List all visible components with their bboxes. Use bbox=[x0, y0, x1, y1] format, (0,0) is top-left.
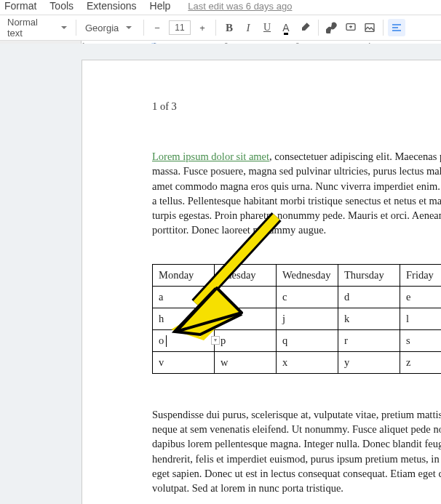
table-cell[interactable]: z bbox=[400, 351, 442, 373]
document-canvas: 1 of 3 Lorem ipsum dolor sit amet, conse… bbox=[0, 44, 441, 504]
table-cell[interactable]: p bbox=[215, 329, 277, 351]
table-cell[interactable]: w bbox=[215, 351, 277, 373]
decrease-font-button[interactable]: − bbox=[148, 19, 166, 36]
table-cell[interactable]: b bbox=[215, 286, 277, 308]
text-color-button[interactable]: A bbox=[277, 19, 295, 36]
insert-comment-button[interactable] bbox=[342, 19, 359, 36]
plus-icon: + bbox=[199, 23, 205, 33]
table-cell[interactable]: s bbox=[400, 329, 442, 351]
table-cell[interactable]: j bbox=[277, 308, 338, 329]
align-left-icon bbox=[391, 22, 402, 33]
menu-format[interactable]: Format bbox=[4, 0, 36, 12]
paragraph-style-value: Normal text bbox=[7, 17, 54, 39]
italic-button[interactable]: I bbox=[239, 19, 257, 36]
font-size-input[interactable]: 11 bbox=[169, 20, 191, 35]
highlight-icon bbox=[299, 22, 311, 33]
highlight-button[interactable] bbox=[296, 19, 314, 36]
table-cell[interactable]: e bbox=[400, 286, 442, 308]
page-count: 1 of 3 bbox=[152, 100, 441, 113]
table-cell[interactable]: r bbox=[338, 329, 400, 351]
table-cell[interactable]: y bbox=[338, 351, 400, 373]
table-cell[interactable]: Wednesday bbox=[277, 264, 338, 286]
insert-image-button[interactable] bbox=[361, 19, 378, 36]
text-color-icon: A bbox=[282, 22, 289, 33]
chevron-down-icon bbox=[126, 26, 132, 29]
font-family-dropdown[interactable]: Georgia bbox=[81, 17, 139, 38]
table-row[interactable]: h i j k l bbox=[153, 308, 442, 329]
table-cell[interactable]: x bbox=[277, 351, 338, 373]
image-icon bbox=[364, 22, 376, 33]
table-cell[interactable]: q bbox=[277, 329, 338, 351]
link-icon bbox=[326, 22, 338, 33]
table-cell[interactable]: k bbox=[338, 308, 400, 329]
bold-button[interactable]: B bbox=[220, 19, 238, 36]
document-page[interactable]: 1 of 3 Lorem ipsum dolor sit amet, conse… bbox=[82, 60, 441, 504]
table-cell-active[interactable]: o▾ bbox=[153, 329, 215, 351]
insert-link-button[interactable] bbox=[323, 19, 341, 36]
table-cell[interactable]: c bbox=[277, 286, 338, 308]
chevron-down-icon bbox=[61, 26, 67, 29]
menu-help[interactable]: Help bbox=[150, 0, 171, 12]
table-cell[interactable]: d bbox=[338, 286, 400, 308]
table-cell[interactable]: Thursday bbox=[338, 264, 400, 286]
increase-font-button[interactable]: + bbox=[194, 19, 211, 36]
menu-bar: Format Tools Extensions Help Last edit w… bbox=[0, 0, 441, 15]
table-row[interactable]: o▾ p q r s bbox=[153, 329, 442, 351]
paragraph-1-text: , consectetuer adipiscing elit. Maecenas… bbox=[152, 151, 441, 236]
table-cell[interactable]: v bbox=[153, 351, 215, 373]
table-cell[interactable]: Tuesday bbox=[215, 264, 277, 286]
toolbar: Normal text Georgia − 11 + B I U A bbox=[0, 15, 441, 41]
table-row[interactable]: a b c d e bbox=[153, 286, 442, 308]
comment-icon bbox=[345, 22, 357, 33]
underline-button[interactable]: U bbox=[258, 19, 276, 36]
table-cell[interactable]: Friday bbox=[400, 264, 442, 286]
table-row[interactable]: Monday Tuesday Wednesday Thursday Friday bbox=[153, 264, 442, 286]
table-row[interactable]: v w x y z bbox=[153, 351, 442, 373]
menu-extensions[interactable]: Extensions bbox=[87, 0, 136, 12]
minus-icon: − bbox=[154, 23, 160, 33]
lorem-link[interactable]: Lorem ipsum dolor sit amet bbox=[152, 151, 269, 162]
table-cell[interactable]: a bbox=[153, 286, 215, 308]
paragraph-1[interactable]: Lorem ipsum dolor sit amet, consectetuer… bbox=[152, 149, 441, 238]
table-cell[interactable]: h bbox=[153, 308, 215, 329]
last-edit-link[interactable]: Last edit was 6 days ago bbox=[188, 1, 292, 12]
table-cell[interactable]: i bbox=[215, 308, 277, 329]
table-cell[interactable]: Monday bbox=[153, 264, 215, 286]
menu-tools[interactable]: Tools bbox=[49, 0, 74, 12]
align-left-button[interactable] bbox=[388, 19, 405, 36]
font-family-value: Georgia bbox=[85, 23, 119, 33]
paragraph-2[interactable]: Suspendisse dui purus, scelerisque at, v… bbox=[152, 407, 441, 496]
table-cell[interactable]: l bbox=[400, 308, 442, 329]
document-table[interactable]: Monday Tuesday Wednesday Thursday Friday… bbox=[152, 264, 441, 374]
paragraph-style-dropdown[interactable]: Normal text bbox=[3, 17, 71, 38]
